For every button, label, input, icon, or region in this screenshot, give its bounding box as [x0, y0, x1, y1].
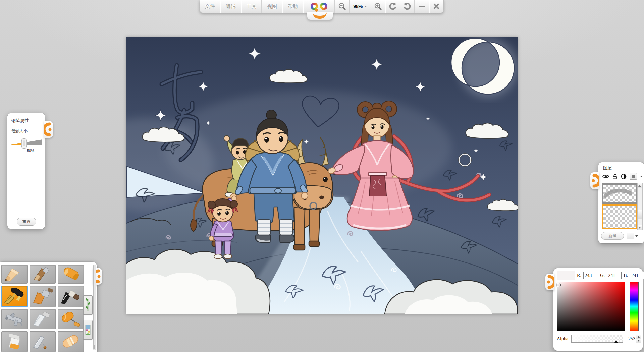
bamboo-icon [85, 297, 91, 313]
opacity-icon[interactable] [621, 174, 627, 179]
brush-size-slider[interactable] [9, 138, 44, 149]
alpha-label: Alpha [557, 336, 568, 342]
minimize-icon [418, 2, 426, 10]
tool-airbrush[interactable] [1, 309, 28, 329]
saturation-value-box[interactable] [557, 282, 625, 331]
main-toolbar: 文件 编辑 工具 视图 帮助 98% [200, 0, 444, 13]
redo-button[interactable] [400, 0, 415, 13]
scroll-down-icon[interactable] [638, 225, 642, 230]
layers-bottom-menu [627, 233, 638, 239]
app-logo[interactable] [303, 0, 335, 13]
alpha-row: Alpha 253 [557, 335, 641, 343]
reset-button[interactable]: 重置 [17, 218, 36, 226]
tool-blade-knife[interactable] [30, 331, 56, 352]
panel-handle[interactable] [44, 121, 53, 138]
tool-flat-brush[interactable] [30, 286, 56, 307]
alpha-value[interactable]: 253 [626, 335, 636, 343]
current-color-swatch [557, 271, 575, 280]
crayon-icon [59, 266, 83, 283]
blade-knife-icon [31, 333, 54, 350]
zoom-out-button[interactable] [335, 0, 349, 13]
scroll-up-icon[interactable] [638, 183, 642, 188]
palette-side-buttons [83, 295, 92, 340]
picture-icon [85, 322, 91, 338]
ink-brush-icon [59, 288, 83, 305]
airbrush-icon [3, 311, 26, 328]
rgb-row: R: G: B: [557, 271, 644, 280]
undo-button[interactable] [385, 0, 400, 13]
layers-panel: 图层 [598, 162, 644, 243]
g-label: G: [600, 273, 605, 278]
sv-marker[interactable] [556, 283, 561, 287]
color-handle[interactable] [545, 274, 554, 290]
menu-file[interactable]: 文件 [200, 0, 220, 13]
alpha-slider[interactable] [571, 335, 623, 343]
tool-palette-knife[interactable] [30, 309, 56, 329]
menu-edit[interactable]: 编辑 [220, 0, 241, 13]
pencil-icon [3, 266, 26, 283]
brush-size-label: 笔触大小 [11, 128, 28, 134]
layers-handle[interactable] [590, 172, 599, 189]
g-field[interactable] [607, 272, 622, 279]
hue-bar[interactable] [630, 282, 639, 331]
scroll-thumb[interactable] [638, 210, 642, 219]
layer-paint-thumbnail-selected[interactable] [602, 204, 637, 229]
handle-icon [44, 122, 53, 137]
paint-jar-icon [3, 333, 26, 350]
chevron-down-icon[interactable] [640, 176, 643, 177]
tool-paint-jar[interactable] [1, 331, 28, 352]
tool-palette [0, 262, 97, 352]
spinner-down-button[interactable] [636, 339, 641, 343]
tool-crayon[interactable] [58, 265, 84, 284]
b-field[interactable] [630, 272, 644, 279]
unlock-icon[interactable] [612, 174, 618, 179]
spinner-up-button[interactable] [636, 335, 641, 339]
menu-tools[interactable]: 工具 [241, 0, 262, 13]
tool-paint-roller[interactable] [58, 309, 84, 329]
zoom-level-dropdown[interactable]: 98% [350, 0, 371, 13]
layers-scrollbar[interactable] [637, 183, 643, 230]
painting [126, 37, 518, 314]
brush-size-value: 50% [27, 149, 34, 153]
layer-menu-button[interactable] [630, 173, 637, 180]
picture-stamp-button[interactable] [83, 320, 93, 340]
layer-sketch-thumbnail[interactable] [602, 183, 637, 204]
color-picker-panel: R: G: B: Alpha 253 [553, 268, 643, 351]
pen-panel-title: 钢笔属性 [11, 118, 29, 124]
tool-wood-pencil[interactable] [30, 265, 56, 284]
drawing-canvas[interactable] [126, 37, 518, 314]
tool-eraser[interactable] [58, 331, 84, 352]
palette-scrollbar[interactable] [93, 265, 96, 350]
tool-pencil[interactable] [1, 265, 28, 284]
logo-tab [307, 12, 333, 20]
tool-fountain-pen[interactable] [1, 286, 28, 307]
bamboo-stamp-button[interactable] [83, 295, 93, 315]
eraser-icon [59, 333, 83, 350]
chevron-down-icon [364, 6, 367, 7]
minimize-button[interactable] [415, 0, 429, 13]
zoom-level-value: 98% [353, 4, 363, 9]
handle-icon [590, 173, 599, 188]
paint-roller-icon [59, 311, 83, 328]
new-layer-button[interactable]: 新建 [601, 232, 624, 240]
eye-icon[interactable] [602, 174, 609, 179]
chevron-down-icon[interactable] [635, 235, 638, 237]
b-label: B: [624, 273, 628, 278]
app-window: 文件 编辑 工具 视图 帮助 98% [0, 0, 644, 352]
r-field[interactable] [583, 272, 598, 279]
alpha-marker[interactable] [614, 340, 618, 343]
flat-brush-icon [31, 288, 54, 305]
tool-ink-brush[interactable] [58, 286, 84, 307]
zoom-in-button[interactable] [371, 0, 385, 13]
layer-options-button[interactable] [627, 233, 634, 239]
tools-grid [1, 265, 84, 352]
menu-view[interactable]: 视图 [262, 0, 282, 13]
logo-eye-icon [319, 1, 329, 12]
close-button[interactable] [429, 0, 443, 13]
layer-sketch-preview [603, 185, 632, 199]
layers-title: 图层 [603, 165, 612, 171]
r-label: R: [577, 273, 581, 278]
logo-nose-icon [315, 9, 318, 12]
zoom-out-icon [338, 2, 346, 10]
menu-help[interactable]: 帮助 [282, 0, 303, 13]
